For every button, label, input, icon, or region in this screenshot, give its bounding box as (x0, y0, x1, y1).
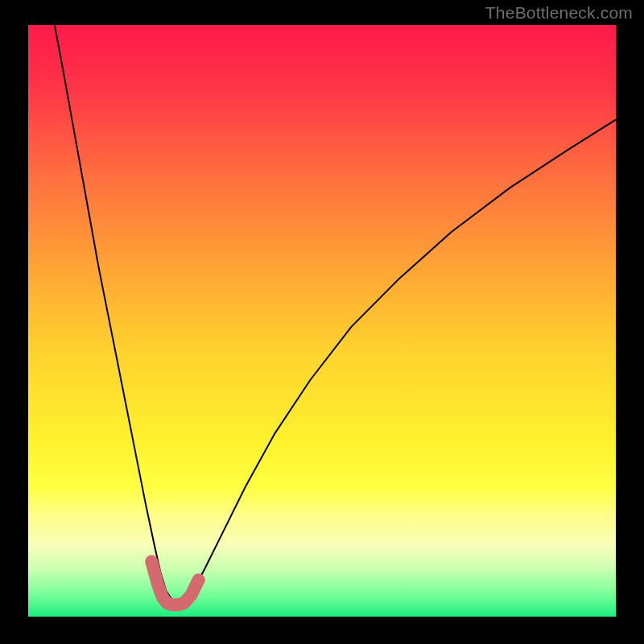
chart-frame: TheBottleneck.com (0, 0, 644, 644)
watermark-label: TheBottleneck.com (485, 3, 633, 23)
bottleneck-chart (0, 0, 644, 644)
gradient-background (28, 25, 616, 617)
